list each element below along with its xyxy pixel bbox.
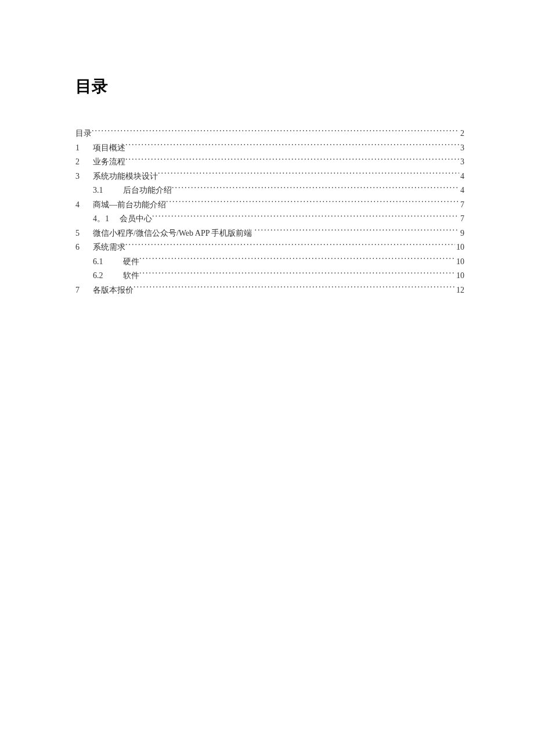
toc-entry: 2 业务流程 3 (75, 155, 464, 170)
toc-page: 12 (455, 283, 464, 298)
toc-number: 3 (75, 170, 93, 184)
toc-entry: 3 系统功能模块设计 4 (75, 170, 464, 184)
toc-page: 3 (459, 155, 464, 170)
toc-number: 2 (75, 155, 93, 170)
toc-text: 业务流程 (93, 155, 125, 170)
toc-subnumber: 6.1 (93, 255, 115, 269)
toc-leader (254, 228, 459, 236)
toc-leader (125, 142, 459, 150)
toc-entry: 7 各版本报价 12 (75, 283, 464, 298)
toc-leader (166, 199, 459, 207)
toc-number: 4 (75, 198, 93, 213)
toc-page: 10 (455, 240, 464, 255)
toc-text: 系统需求 (93, 240, 125, 255)
toc-text: 目录 (75, 127, 92, 141)
toc-subnumber: 6.2 (93, 269, 115, 283)
toc-text: 软件 (123, 269, 139, 283)
toc-text: 微信小程序/微信公众号/Web APP 手机版前端 (93, 226, 252, 241)
toc-page: 7 (459, 212, 464, 226)
toc-subnumber: 4。1 (93, 212, 115, 226)
toc-number: 1 (75, 141, 93, 156)
toc-text: 硬件 (123, 255, 139, 269)
toc-leader (172, 185, 459, 193)
toc-entry: 目录 2 (75, 127, 464, 141)
toc-entry: 1 项目概述 3 (75, 141, 464, 156)
toc-text: 商城—前台功能介绍 (93, 198, 166, 213)
toc-text: 会员中心 (120, 212, 152, 226)
toc-entry: 4。1 会员中心 7 (75, 212, 464, 226)
toc-number: 7 (75, 283, 93, 298)
toc-entry: 6.1 硬件 10 (75, 255, 464, 269)
toc-page: 4 (459, 183, 464, 198)
toc-text: 后台功能介绍 (123, 183, 172, 198)
toc-entry: 3.1 后台功能介绍 4 (75, 183, 464, 198)
toc-page: 10 (455, 255, 464, 269)
toc-leader (152, 213, 459, 221)
toc-text: 项目概述 (93, 141, 125, 156)
toc-leader (134, 285, 455, 293)
toc-page: 2 (459, 127, 464, 141)
toc-entry: 4 商城—前台功能介绍 7 (75, 198, 464, 213)
toc-leader (158, 171, 459, 179)
toc-page: 4 (459, 170, 464, 184)
toc-entry: 6 系统需求 10 (75, 240, 464, 255)
table-of-contents: 目录 2 1 项目概述 3 2 业务流程 3 3 系统功能模块设计 4 3.1 … (75, 127, 464, 297)
toc-page: 7 (459, 198, 464, 213)
toc-leader (92, 128, 459, 136)
toc-leader (125, 156, 459, 164)
toc-entry: 5 微信小程序/微信公众号/Web APP 手机版前端 9 (75, 226, 464, 241)
toc-leader (125, 242, 455, 250)
toc-number: 5 (75, 226, 93, 241)
document-page: 目录 目录 2 1 项目概述 3 2 业务流程 3 3 系统功能模块设计 4 3… (0, 0, 534, 297)
toc-entry: 6.2 软件 10 (75, 269, 464, 283)
toc-leader (139, 270, 455, 278)
toc-number: 6 (75, 240, 93, 255)
toc-subnumber: 3.1 (93, 183, 115, 198)
toc-page: 3 (459, 141, 464, 156)
toc-page: 10 (455, 269, 464, 283)
toc-text: 各版本报价 (93, 283, 134, 298)
toc-text: 系统功能模块设计 (93, 170, 158, 184)
page-title: 目录 (75, 75, 464, 98)
toc-leader (139, 256, 455, 264)
toc-page: 9 (459, 226, 464, 241)
